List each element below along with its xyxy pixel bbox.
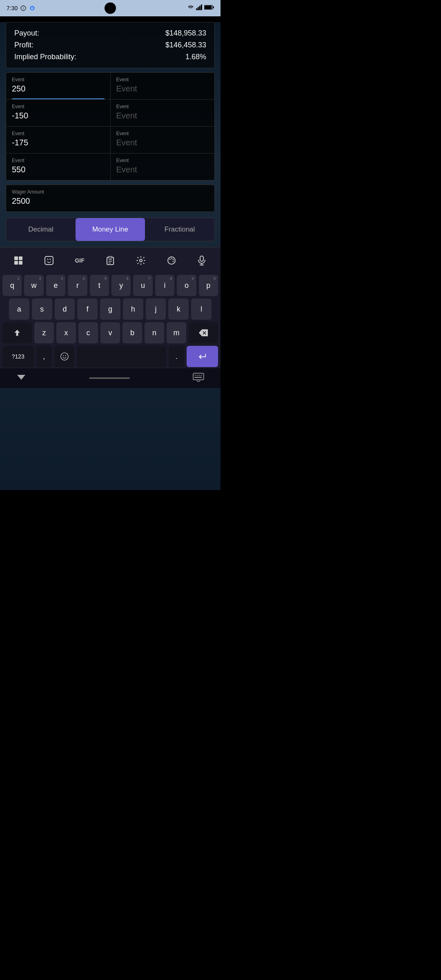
key-y[interactable]: 6y	[111, 275, 131, 296]
event-1-left-label: Event	[12, 77, 105, 82]
grid-icon[interactable]	[9, 252, 27, 270]
key-w[interactable]: 2w	[24, 275, 43, 296]
sticker-icon[interactable]	[40, 252, 58, 270]
key-k[interactable]: k	[168, 298, 189, 320]
event-row-4[interactable]: Event 550 Event Event	[6, 154, 214, 180]
bottom-bar	[0, 368, 220, 388]
status-bar: 7:30 i G	[0, 0, 220, 16]
implied-prob-value: 1.68%	[185, 53, 206, 61]
palette-icon[interactable]	[163, 252, 180, 270]
enter-key[interactable]	[187, 346, 218, 367]
key-e[interactable]: 3e	[46, 275, 65, 296]
key-j[interactable]: j	[146, 298, 166, 320]
key-s[interactable]: s	[32, 298, 52, 320]
wager-value: 2500	[12, 196, 209, 206]
nav-down-icon[interactable]	[16, 374, 26, 383]
svg-rect-6	[199, 6, 200, 10]
decimal-button[interactable]: Decimal	[6, 218, 76, 241]
payout-section: Payout: $148,958.33 Profit: $146,458.33 …	[6, 22, 215, 68]
period-key[interactable]: .	[169, 346, 184, 367]
camera-cutout	[105, 2, 116, 14]
svg-point-23	[140, 259, 142, 262]
key-u[interactable]: 7u	[133, 275, 152, 296]
event-4-left-label: Event	[12, 158, 105, 163]
key-d[interactable]: d	[55, 298, 75, 320]
key-z[interactable]: z	[34, 322, 54, 343]
profit-label: Profit:	[14, 41, 33, 49]
implied-prob-label: Implied Probability:	[14, 53, 76, 61]
keyboard-switch-icon[interactable]	[193, 373, 204, 384]
event-2-left[interactable]: Event -150	[6, 100, 111, 126]
money-line-button[interactable]: Money Line	[76, 218, 145, 241]
svg-rect-11	[14, 256, 18, 260]
event-4-left[interactable]: Event 550	[6, 154, 111, 180]
clipboard-icon[interactable]	[101, 252, 119, 270]
camera-cutout-area	[105, 2, 116, 14]
svg-rect-14	[19, 261, 22, 265]
event-1-right-placeholder: Event	[116, 84, 209, 94]
key-g[interactable]: g	[100, 298, 120, 320]
event-row-1[interactable]: Event 250 Event Event	[6, 73, 214, 100]
event-3-right-placeholder: Event	[116, 138, 209, 147]
key-h[interactable]: h	[123, 298, 143, 320]
key-c[interactable]: c	[78, 322, 98, 343]
event-3-left-value: -175	[12, 138, 105, 147]
key-i[interactable]: 8i	[155, 275, 174, 296]
shift-key[interactable]	[2, 322, 32, 343]
key-p[interactable]: 0p	[199, 275, 218, 296]
key-q[interactable]: 1q	[2, 275, 22, 296]
emoji-key[interactable]	[54, 346, 74, 367]
status-bar-right	[187, 4, 214, 12]
key-v[interactable]: v	[100, 322, 120, 343]
event-row-3[interactable]: Event -175 Event Event	[6, 127, 214, 154]
svg-point-27	[172, 259, 174, 260]
svg-text:i: i	[23, 7, 24, 10]
svg-rect-15	[45, 256, 53, 265]
key-n[interactable]: n	[145, 322, 164, 343]
payout-row: Payout: $148,958.33	[14, 29, 206, 38]
event-3-right[interactable]: Event Event	[111, 127, 215, 153]
key-f[interactable]: f	[77, 298, 98, 320]
event-4-right-placeholder: Event	[116, 165, 209, 174]
key-m[interactable]: m	[167, 322, 186, 343]
settings-icon[interactable]	[132, 252, 150, 270]
event-row-2[interactable]: Event -150 Event Event	[6, 100, 214, 127]
event-1-left[interactable]: Event 250	[6, 73, 111, 99]
svg-rect-19	[109, 256, 112, 258]
comma-key[interactable]: ,	[36, 346, 52, 367]
space-key[interactable]	[77, 346, 166, 367]
key-b[interactable]: b	[122, 322, 142, 343]
event-4-right[interactable]: Event Event	[111, 154, 215, 180]
svg-rect-29	[200, 256, 203, 261]
svg-point-28	[172, 261, 174, 262]
svg-rect-10	[213, 7, 214, 9]
fractional-button[interactable]: Fractional	[145, 218, 214, 241]
key-x[interactable]: x	[56, 322, 76, 343]
keyboard: 1q 2w 3e 4r 5t 6y 7u 8i 9o 0p a s d f g …	[0, 274, 220, 368]
keyboard-row-2: a s d f g h j k l	[0, 297, 220, 321]
status-time: 7:30	[7, 5, 18, 11]
svg-text:G: G	[31, 7, 34, 10]
svg-rect-5	[198, 7, 199, 10]
mic-icon[interactable]	[193, 252, 211, 270]
event-1-right[interactable]: Event Event	[111, 73, 215, 99]
profit-row: Profit: $146,458.33	[14, 41, 206, 49]
status-bar-left: 7:30 i G	[7, 5, 36, 11]
key-l[interactable]: l	[191, 298, 212, 320]
event-3-left[interactable]: Event -175	[6, 127, 111, 153]
key-o[interactable]: 9o	[177, 275, 196, 296]
event-4-left-value: 550	[12, 165, 105, 174]
backspace-key[interactable]	[189, 322, 218, 343]
event-3-left-label: Event	[12, 131, 105, 136]
event-2-right-label: Event	[116, 104, 209, 109]
numbers-switch-key[interactable]: ?123	[2, 346, 34, 367]
gif-icon[interactable]: GIF	[71, 252, 89, 270]
payout-label: Payout:	[14, 29, 39, 38]
keyboard-row-1: 1q 2w 3e 4r 5t 6y 7u 8i 9o 0p	[0, 274, 220, 297]
key-t[interactable]: 5t	[90, 275, 109, 296]
key-r[interactable]: 4r	[68, 275, 87, 296]
key-a[interactable]: a	[9, 298, 29, 320]
event-2-right[interactable]: Event Event	[111, 100, 215, 126]
wager-section[interactable]: Wager Amount 2500	[6, 185, 215, 212]
battery-icon	[204, 4, 214, 12]
